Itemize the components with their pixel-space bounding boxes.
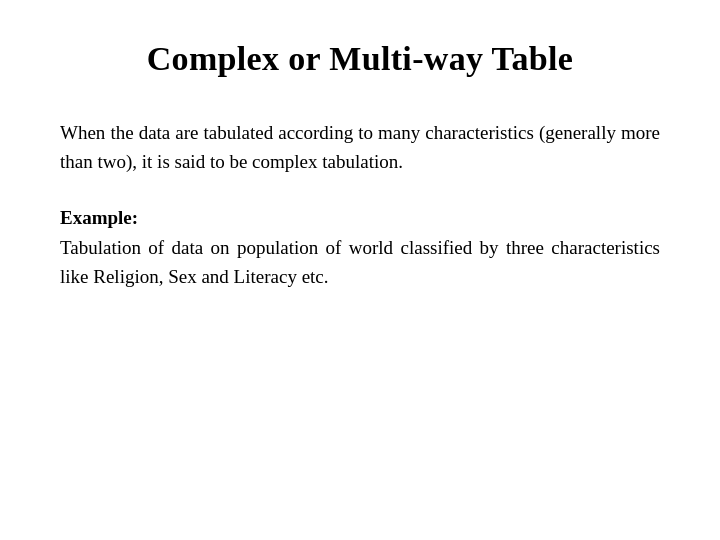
page-container: Complex or Multi-way Table When the data… — [0, 0, 720, 540]
page-title: Complex or Multi-way Table — [60, 40, 660, 78]
example-label: Example: — [60, 207, 660, 229]
example-text: Tabulation of data on population of worl… — [60, 233, 660, 292]
body-paragraph: When the data are tabulated according to… — [60, 118, 660, 177]
